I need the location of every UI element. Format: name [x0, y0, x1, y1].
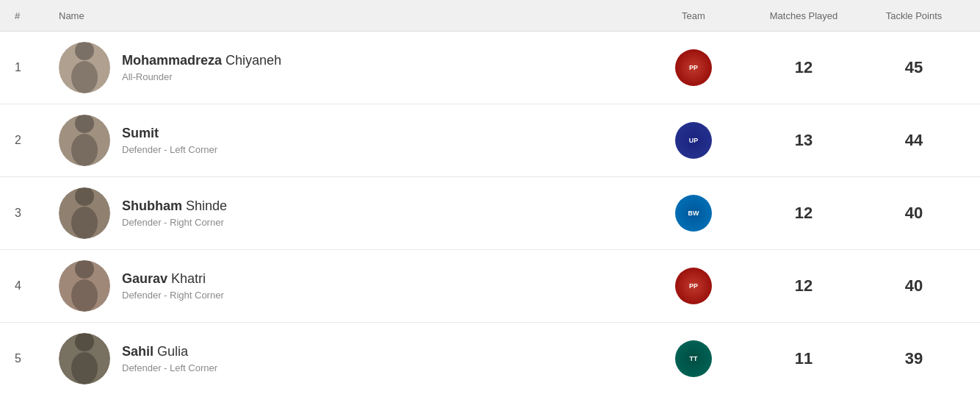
matches-played: 12 [795, 204, 813, 222]
rank-number: 4 [15, 279, 21, 292]
player-info: Gaurav Khatri Defender - Right Corner [59, 260, 642, 312]
svg-point-3 [71, 134, 98, 166]
tackle-points: 45 [905, 58, 923, 76]
svg-point-0 [75, 42, 94, 60]
table-row: 2 Sumit Defender - Left Corner [0, 104, 980, 177]
rank-number: 3 [15, 207, 21, 219]
svg-point-4 [75, 187, 94, 206]
svg-point-6 [75, 260, 94, 279]
player-name-block: Mohammadreza Chiyaneh All-Rounder [122, 53, 281, 82]
player-position: All-Rounder [122, 71, 281, 82]
player-info: Shubham Shinde Defender - Right Corner [59, 187, 642, 239]
player-name: Sumit [122, 126, 217, 141]
team-logo: BW [675, 195, 712, 232]
svg-point-5 [71, 207, 98, 239]
header-points: Tackle Points [886, 10, 943, 21]
matches-played: 13 [795, 131, 813, 149]
header-team: Team [682, 10, 705, 21]
svg-point-2 [75, 115, 94, 133]
player-info: Sahil Gulia Defender - Left Corner [59, 333, 642, 384]
header-rank: # [15, 10, 20, 21]
player-name: Sahil Gulia [122, 344, 217, 359]
leaderboard-table: # Name Team Matches Played Tackle Points… [0, 0, 980, 394]
avatar [59, 260, 110, 312]
player-first-name: Sahil [122, 344, 154, 359]
rank-number: 1 [15, 61, 21, 74]
tackle-points: 40 [905, 204, 923, 222]
table-row: 1 Mohammadreza Chiyaneh All-Rounder [0, 32, 980, 104]
team-logo: TT [675, 340, 712, 377]
table-row: 3 Shubham Shinde Defender - Right Cor [0, 177, 980, 250]
player-first-name: Sumit [122, 126, 159, 140]
player-position: Defender - Right Corner [122, 290, 224, 301]
matches-played: 11 [795, 349, 813, 368]
team-logo: PP [675, 49, 712, 86]
player-name: Mohammadreza Chiyaneh [122, 53, 281, 68]
player-first-name: Mohammadreza [122, 53, 222, 68]
team-logo: UP [675, 122, 712, 159]
player-info: Sumit Defender - Left Corner [59, 115, 642, 166]
player-name-block: Gaurav Khatri Defender - Right Corner [122, 271, 224, 301]
player-name: Gaurav Khatri [122, 271, 224, 287]
tackle-points: 40 [905, 276, 923, 295]
svg-point-8 [75, 333, 94, 351]
player-position: Defender - Left Corner [122, 144, 217, 155]
svg-point-1 [71, 61, 98, 93]
player-position: Defender - Right Corner [122, 217, 227, 228]
rank-number: 5 [15, 352, 21, 365]
player-position: Defender - Left Corner [122, 362, 217, 373]
svg-point-9 [71, 352, 98, 384]
svg-point-7 [71, 279, 98, 312]
avatar [59, 115, 110, 166]
tackle-points: 44 [905, 131, 923, 149]
rank-number: 2 [15, 134, 21, 146]
header-matches: Matches Played [770, 10, 838, 21]
matches-played: 12 [795, 276, 813, 295]
table-header: # Name Team Matches Played Tackle Points [0, 0, 980, 32]
player-first-name: Gaurav [122, 271, 167, 286]
player-info: Mohammadreza Chiyaneh All-Rounder [59, 42, 642, 93]
table-row: 4 Gaurav Khatri Defender - Right Corn [0, 250, 980, 323]
player-name: Shubham Shinde [122, 198, 227, 214]
avatar [59, 42, 110, 93]
player-name-block: Sahil Gulia Defender - Left Corner [122, 344, 217, 373]
player-name-block: Shubham Shinde Defender - Right Corner [122, 198, 227, 228]
table-body: 1 Mohammadreza Chiyaneh All-Rounder [0, 32, 980, 394]
player-name-block: Sumit Defender - Left Corner [122, 126, 217, 155]
avatar [59, 333, 110, 384]
table-row: 5 Sahil Gulia Defender - Left Corner [0, 323, 980, 394]
tackle-points: 39 [905, 349, 923, 368]
matches-played: 12 [795, 58, 813, 76]
avatar [59, 187, 110, 239]
header-name: Name [59, 10, 84, 21]
team-logo: PP [675, 268, 712, 304]
player-first-name: Shubham [122, 198, 182, 213]
